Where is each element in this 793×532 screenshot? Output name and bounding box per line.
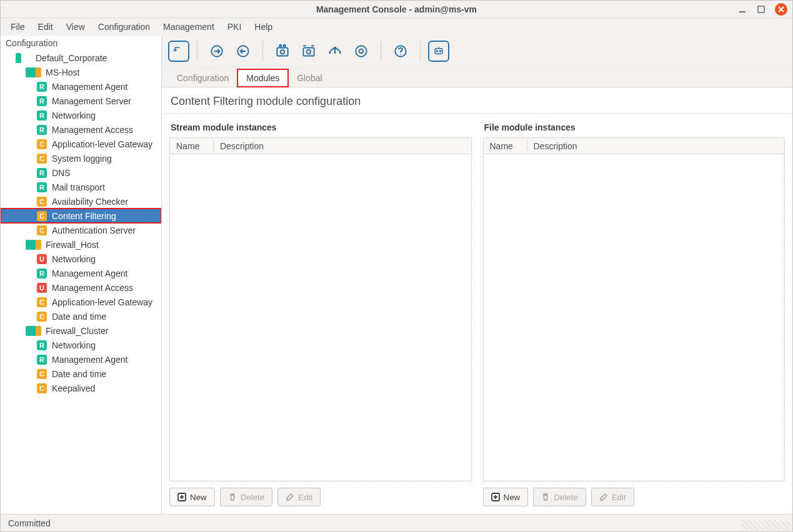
sidebar-title: Configuration (1, 36, 161, 51)
menu-pki[interactable]: PKI (221, 19, 248, 34)
tree-item[interactable]: Firewall_Cluster (1, 323, 161, 338)
tree-item[interactable]: Default_Corporate (1, 51, 161, 65)
services-icon[interactable] (271, 39, 294, 63)
toolbar-separator (262, 41, 263, 61)
tree-item[interactable]: RNetworking (1, 338, 161, 352)
status-dots (26, 240, 43, 250)
tree-item-label: Management Access (49, 283, 133, 293)
tree-item[interactable]: UNetworking (1, 252, 161, 266)
status-dots (26, 67, 43, 77)
tree-item[interactable]: CContent Filtering (1, 209, 161, 223)
type-badge: R (37, 96, 47, 106)
col-description[interactable]: Description (527, 141, 584, 151)
toolbar (162, 36, 792, 67)
svg-rect-0 (758, 6, 764, 12)
tree-item[interactable]: RManagement Agent (1, 266, 161, 280)
tree-item-label: Mail transport (49, 182, 105, 192)
tree-item[interactable]: CAuthentication Server (1, 223, 161, 237)
content-area: Content Filtering module configuration S… (162, 87, 792, 514)
minimize-button[interactable] (737, 4, 747, 14)
tree-item[interactable]: RDNS (1, 165, 161, 180)
file-delete-button[interactable]: Delete (533, 488, 586, 506)
close-button[interactable] (775, 3, 787, 16)
refresh-in-icon[interactable] (205, 39, 229, 63)
type-badge: R (37, 355, 47, 365)
file-table-body (484, 154, 785, 481)
menu-help[interactable]: Help (248, 19, 279, 34)
tree-item[interactable]: RManagement Server (1, 94, 161, 108)
type-badge: C (37, 297, 47, 307)
col-description[interactable]: Description (214, 141, 270, 151)
tab-global[interactable]: Global (288, 69, 331, 87)
sidebar: Configuration Default_CorporateMS-HostRM… (1, 36, 162, 514)
menu-file[interactable]: File (4, 19, 31, 34)
maximize-button[interactable] (756, 4, 766, 14)
deploy-icon[interactable] (297, 39, 321, 63)
type-badge: R (37, 168, 47, 178)
tree-item-label: Management Agent (49, 268, 127, 278)
upload-icon[interactable] (323, 39, 347, 63)
tree-item-label: MS-Host (43, 67, 79, 77)
refresh-out-icon[interactable] (231, 39, 255, 63)
tree-item[interactable]: CDate and time (1, 367, 161, 381)
stream-table-body (170, 154, 471, 481)
svg-point-6 (281, 49, 285, 54)
tree-item-label: Date and time (49, 312, 106, 322)
stream-delete-button[interactable]: Delete (220, 488, 273, 506)
tree-item[interactable]: CApplication-level Gateway (1, 295, 161, 309)
tree-item-label: Application-level Gateway (49, 139, 152, 149)
file-edit-button[interactable]: Edit (591, 488, 634, 506)
tree-item[interactable]: RMail transport (1, 180, 161, 194)
resize-grip[interactable] (741, 520, 791, 530)
commit-button[interactable] (168, 41, 189, 62)
settings-icon[interactable] (349, 39, 373, 63)
tree-item[interactable]: MS-Host (1, 65, 161, 79)
menu-edit[interactable]: Edit (32, 19, 59, 34)
tree-item[interactable]: CDate and time (1, 309, 161, 323)
tree-item-label: Networking (49, 254, 96, 264)
tree-item-label: Networking (49, 111, 96, 121)
file-new-button[interactable]: New (483, 488, 529, 506)
type-badge: C (37, 154, 47, 164)
tree-item[interactable]: CApplication-level Gateway (1, 137, 161, 151)
help-icon[interactable] (389, 39, 412, 63)
tree-item-label: Firewall_Cluster (43, 326, 108, 336)
toolbar-separator (420, 41, 421, 61)
tree-item[interactable]: RManagement Agent (1, 352, 161, 367)
stream-table[interactable]: Name Description (169, 137, 472, 481)
tree-item[interactable]: Firewall_Host (1, 237, 161, 252)
tree-item[interactable]: CSystem logging (1, 151, 161, 165)
tree-item[interactable]: CAvailability Checker (1, 194, 161, 209)
label: Delete (554, 493, 578, 502)
tree-item[interactable]: UManagement Access (1, 280, 161, 295)
edit-icon (599, 493, 608, 501)
tree-item[interactable]: CKeepalived (1, 381, 161, 395)
svg-point-14 (436, 50, 437, 51)
svg-point-9 (356, 46, 366, 56)
stream-edit-button[interactable]: Edit (277, 488, 321, 506)
col-name[interactable]: Name (170, 141, 214, 151)
menu-view[interactable]: View (60, 19, 91, 34)
menu-configuration[interactable]: Configuration (92, 19, 156, 34)
tree-item-label: Management Agent (49, 355, 127, 365)
type-badge: C (37, 139, 47, 149)
label: New (504, 493, 521, 502)
tree-item-label: Date and time (49, 369, 106, 379)
tree-item[interactable]: RManagement Access (1, 122, 161, 137)
menu-management[interactable]: Management (157, 19, 221, 34)
menu-bar: File Edit View Configuration Management … (1, 18, 792, 36)
tree-item[interactable]: RManagement Agent (1, 79, 161, 94)
tab-modules[interactable]: Modules (237, 69, 288, 87)
svg-point-5 (284, 44, 286, 46)
file-panel: File module instances Name Description N… (483, 117, 786, 506)
tab-configuration[interactable]: Configuration (168, 69, 237, 87)
type-badge: C (37, 383, 47, 393)
col-name[interactable]: Name (484, 141, 527, 151)
stream-panel-title: Stream module instances (169, 117, 472, 137)
tree-item[interactable]: RNetworking (1, 108, 161, 122)
file-table[interactable]: Name Description (483, 137, 786, 481)
tree-item-label: Content Filtering (49, 211, 116, 221)
toolbar-separator (381, 41, 381, 61)
robot-icon[interactable] (428, 41, 449, 62)
stream-new-button[interactable]: New (169, 488, 215, 506)
